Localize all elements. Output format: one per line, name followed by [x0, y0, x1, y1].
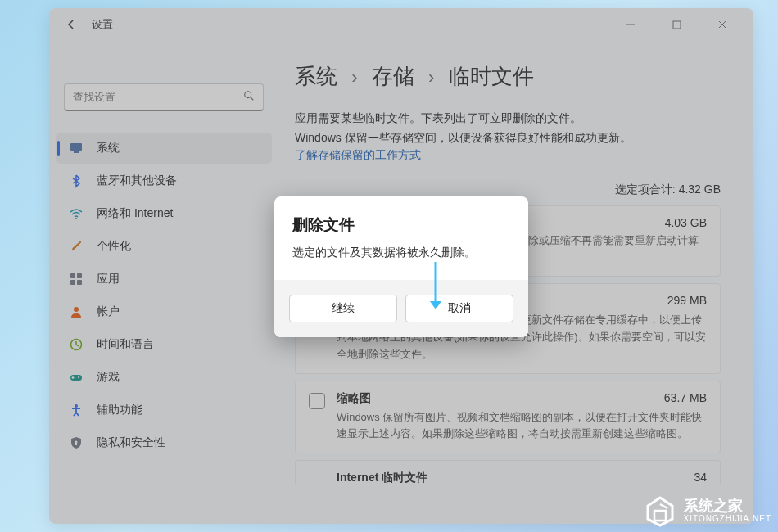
watermark-url: XITONGZHIJIA.NET — [684, 514, 772, 523]
svg-rect-19 — [654, 511, 666, 521]
continue-button[interactable]: 继续 — [289, 295, 397, 322]
dialog-text: 选定的文件及其数据将被永久删除。 — [292, 246, 510, 260]
watermark-name: 系统之家 — [684, 498, 772, 515]
watermark-logo-icon — [643, 494, 677, 527]
cancel-button[interactable]: 取消 — [405, 295, 513, 322]
settings-window: 设置 系统 蓝牙和其他设备 — [49, 8, 753, 524]
watermark: 系统之家 XITONGZHIJIA.NET — [643, 494, 772, 527]
dialog-title: 删除文件 — [292, 214, 510, 236]
delete-files-dialog: 删除文件 选定的文件及其数据将被永久删除。 继续 取消 — [274, 196, 528, 337]
